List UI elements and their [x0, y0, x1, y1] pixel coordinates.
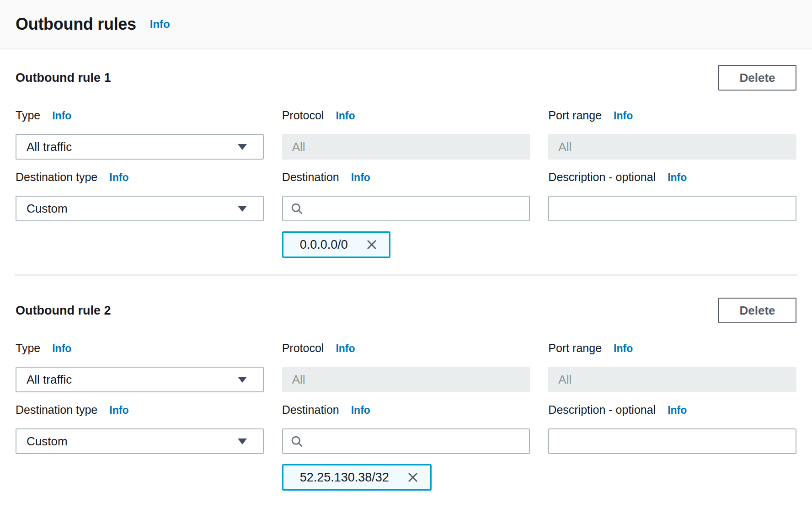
port-range-label-row: Port range Info [548, 108, 796, 123]
chevron-down-icon [237, 376, 247, 383]
outbound-rules-info-link[interactable]: Info [150, 18, 170, 31]
remove-destination-icon[interactable] [405, 469, 421, 486]
delete-rule-button[interactable]: Delete [718, 65, 796, 91]
description-info-link[interactable]: Info [668, 403, 687, 417]
port-range-label-row: Port range Info [548, 341, 796, 356]
type-info-link[interactable]: Info [52, 108, 71, 123]
type-label-row: Type Info [16, 341, 264, 356]
type-select[interactable]: All traffic [16, 367, 264, 392]
description-label-row: Description - optional Info [548, 170, 796, 185]
type-label: Type [16, 341, 40, 355]
destination-type-label: Destination type [16, 402, 97, 417]
description-label: Description - optional [548, 402, 656, 417]
chevron-down-icon [237, 205, 247, 212]
page-title: Outbound rules [16, 15, 136, 34]
outbound-rule-1-section: Outbound rule 1 Delete Type Info Protoco… [0, 49, 812, 274]
port-range-label: Port range [548, 341, 602, 355]
destination-type-select-value: Custom [27, 202, 68, 216]
outbound-rule-2-section: Outbound rule 2 Delete Type Info Protoco… [0, 276, 812, 507]
destination-type-label-row: Destination type Info [16, 402, 264, 417]
destination-chip: 0.0.0.0/0 [282, 231, 390, 258]
type-select[interactable]: All traffic [16, 134, 264, 160]
type-info-link[interactable]: Info [52, 341, 71, 356]
port-range-label: Port range [548, 108, 602, 123]
type-label-row: Type Info [16, 108, 264, 123]
destination-search-box [282, 428, 530, 454]
remove-destination-icon[interactable] [363, 236, 380, 253]
destination-type-label: Destination type [16, 170, 97, 184]
chevron-down-icon [237, 438, 247, 445]
destination-type-select[interactable]: Custom [16, 196, 264, 221]
rule-heading: Outbound rule 2 [16, 304, 111, 318]
destination-search-box [282, 196, 530, 221]
port-range-input [548, 134, 796, 160]
type-select-value: All traffic [27, 140, 72, 154]
destination-label: Destination [282, 402, 339, 417]
protocol-input [282, 367, 530, 392]
destination-label: Destination [282, 170, 339, 184]
destination-type-label-row: Destination type Info [16, 170, 264, 185]
destination-chip-value: 52.25.130.38/32 [300, 471, 389, 485]
chevron-down-icon [237, 144, 247, 150]
destination-type-info-link[interactable]: Info [109, 403, 128, 417]
destination-type-select[interactable]: Custom [16, 428, 264, 454]
protocol-label-row: Protocol Info [282, 341, 530, 356]
description-input[interactable] [548, 196, 796, 221]
destination-chip-value: 0.0.0.0/0 [300, 238, 348, 252]
search-icon [290, 435, 303, 448]
type-select-value: All traffic [27, 373, 72, 387]
destination-label-row: Destination Info [282, 170, 530, 185]
protocol-input [282, 134, 530, 160]
port-range-info-link[interactable]: Info [614, 108, 633, 123]
description-input[interactable] [548, 428, 796, 454]
destination-chip: 52.25.130.38/32 [282, 464, 432, 491]
delete-rule-button[interactable]: Delete [718, 298, 796, 323]
protocol-label: Protocol [282, 108, 324, 123]
protocol-label-row: Protocol Info [282, 108, 530, 123]
description-label-row: Description - optional Info [548, 402, 796, 417]
destination-label-row: Destination Info [282, 402, 530, 417]
outbound-rules-header: Outbound rules Info [0, 0, 812, 49]
destination-search-input[interactable] [310, 197, 522, 220]
description-info-link[interactable]: Info [668, 170, 687, 185]
destination-search-input[interactable] [310, 429, 522, 453]
search-icon [290, 202, 303, 215]
protocol-label: Protocol [282, 341, 324, 355]
destination-type-select-value: Custom [27, 434, 68, 449]
rule-heading: Outbound rule 1 [16, 71, 111, 85]
destination-info-link[interactable]: Info [351, 170, 370, 185]
protocol-info-link[interactable]: Info [336, 108, 355, 123]
type-label: Type [16, 108, 40, 123]
destination-type-info-link[interactable]: Info [109, 170, 128, 185]
protocol-info-link[interactable]: Info [336, 341, 355, 356]
port-range-input [548, 367, 796, 392]
description-label: Description - optional [548, 170, 656, 184]
destination-info-link[interactable]: Info [351, 403, 370, 417]
port-range-info-link[interactable]: Info [614, 341, 633, 356]
